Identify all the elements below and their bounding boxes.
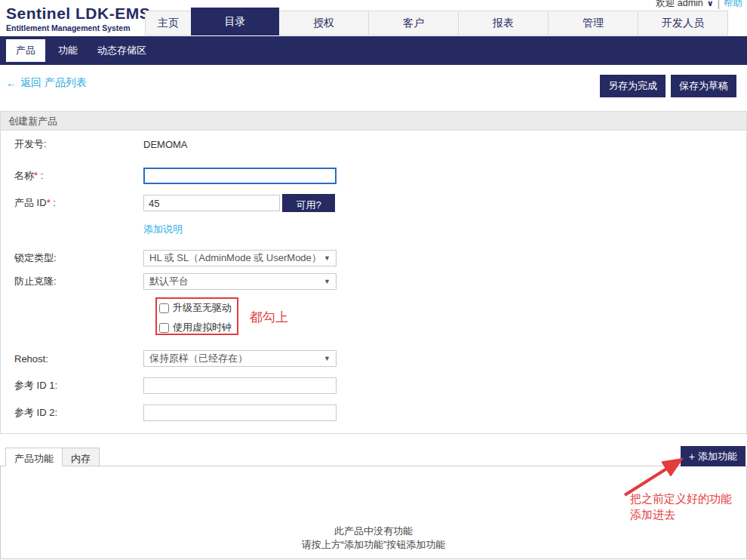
logo-subtitle: Entitlement Management System [6,23,150,32]
clone-protection-value: 默认平台 [149,275,189,288]
create-product-panel: 创建新产品 开发号: DEMOMA 名称* : 产品 ID* : 可用? 添加说… [0,111,747,434]
virtual-clock-label: 使用虚拟时钟 [173,321,232,334]
lock-type-value: HL 或 SL（AdminMode 或 UserMode） [149,251,321,265]
rehost-label: Rehost: [1,353,143,365]
create-product-form: 开发号: DEMOMA 名称* : 产品 ID* : 可用? 添加说明 锁定类型… [1,131,746,433]
ref-id2-row: 参考 ID 2: [1,404,746,422]
add-description-link[interactable]: 添加说明 [143,223,183,236]
annotation-note-line2: 添加进去 [630,506,732,522]
vendor-id-value: DEMOMA [143,139,188,150]
dropdown-arrow-icon: ▼ [324,278,330,285]
clone-protection-row: 防止克隆: 默认平台 ▼ [1,272,746,291]
tab-entitlements[interactable]: 授权 [278,11,369,35]
virtual-clock-checkbox[interactable]: 使用虚拟时钟 [159,322,232,334]
name-row: 名称* : [1,167,746,185]
virtual-clock-checkbox-input[interactable] [159,323,169,333]
ref-id1-row: 参考 ID 1: [1,377,746,395]
tab-catalog[interactable]: 目录 [191,8,279,35]
tab-developers[interactable]: 开发人员 [638,11,728,35]
lock-type-select[interactable]: HL 或 SL（AdminMode 或 UserMode） ▼ [143,250,337,266]
product-id-input[interactable] [143,195,280,211]
ref-id1-label: 参考 ID 1: [1,379,143,392]
logo-title: Sentinel LDK-EMS [6,5,150,23]
panel-title: 创建新产品 [1,112,746,131]
vendor-id-label: 开发号: [1,137,143,151]
save-as-complete-button[interactable]: 另存为完成 [600,75,666,97]
empty-state-message: 此产品中没有功能 请按上方“添加功能”按钮添加功能 [1,525,746,552]
product-id-row: 产品 ID* : 可用? [1,194,746,212]
rehost-value: 保持原样（已经存在） [149,352,247,365]
upgrade-driverless-checkbox-input[interactable] [159,303,169,313]
tab-reports[interactable]: 报表 [458,11,549,35]
lock-type-label: 锁定类型: [1,251,143,265]
vendor-id-row: 开发号: DEMOMA [1,135,746,153]
tab-home[interactable]: 主页 [145,11,192,35]
add-feature-button[interactable]: + 添加功能 [681,446,745,466]
toolbar-buttons: 另存为完成 保存为草稿 [600,75,736,97]
check-available-button[interactable]: 可用? [282,194,335,212]
features-section: 产品功能 内存 + 添加功能 此产品中没有功能 请按上方“添加功能”按钮添加功能… [0,448,747,559]
top-header: Sentinel LDK-EMS Entitlement Management … [0,0,747,36]
features-tabs: 产品功能 内存 + 添加功能 [0,448,747,466]
upgrade-driverless-label: 升级至无驱动 [173,301,232,315]
empty-line1: 此产品中没有功能 [1,525,746,538]
annotation-note-line1: 把之前定义好的功能 [630,491,732,506]
name-input[interactable] [143,168,337,184]
subtab-products[interactable]: 产品 [6,39,45,62]
product-id-label: 产品 ID* : [1,196,143,210]
rehost-select[interactable]: 保持原样（已经存在） ▼ [143,350,337,367]
upgrade-driverless-checkbox[interactable]: 升级至无驱动 [159,302,232,314]
add-description-row: 添加说明 [1,220,746,238]
app-logo: Sentinel LDK-EMS Entitlement Management … [6,5,150,32]
ref-id2-input[interactable] [143,405,337,421]
annotation-check-both: 都勾上 [250,309,288,326]
tab-administration[interactable]: 管理 [548,11,638,35]
ref-id2-label: 参考 ID 2: [1,406,143,420]
tab-memory-data[interactable]: 内存 [62,448,100,466]
subtab-features[interactable]: 功能 [48,39,88,62]
clone-protection-label: 防止克隆: [1,275,143,288]
subtab-memory[interactable]: 动态存储区 [88,39,156,62]
ref-id1-input[interactable] [143,377,337,394]
dropdown-arrow-icon: ▼ [324,254,330,262]
rehost-row: Rehost: 保持原样（已经存在） ▼ [1,349,746,368]
name-label: 名称* : [1,169,143,183]
tab-customers[interactable]: 客户 [368,11,459,35]
clone-protection-select[interactable]: 默认平台 ▼ [143,273,337,290]
empty-line2: 请按上方“添加功能”按钮添加功能 [1,538,746,552]
back-arrow-icon: ← [6,77,17,89]
toolbar-row: ← 返回 产品列表 另存为完成 保存为草稿 [0,65,747,111]
annotation-note: 把之前定义好的功能 添加进去 [630,491,732,522]
back-link[interactable]: ← 返回 产品列表 [6,76,87,90]
save-as-draft-button[interactable]: 保存为草稿 [671,75,736,97]
sub-nav: 产品 功能 动态存储区 [0,36,747,65]
lock-type-row: 锁定类型: HL 或 SL（AdminMode 或 UserMode） ▼ [1,249,746,267]
tab-product-features[interactable]: 产品功能 [5,448,63,466]
back-link-label: 返回 产品列表 [20,76,87,90]
main-nav: 主页 目录 授权 客户 报表 管理 开发人员 [146,8,728,35]
add-feature-label: 添加功能 [698,450,737,463]
dropdown-arrow-icon: ▼ [324,355,330,362]
plus-icon: + [689,451,695,463]
